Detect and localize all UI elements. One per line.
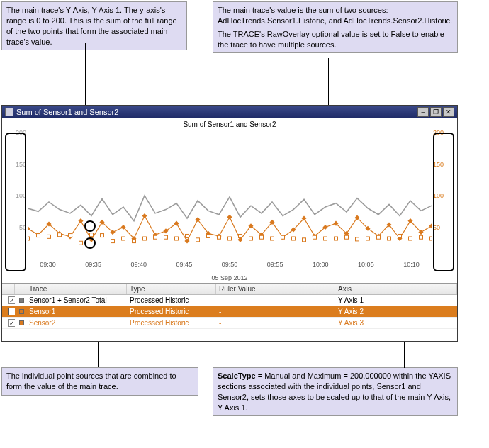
- svg-rect-8: [110, 230, 115, 235]
- row-trace-name: Sensor1 + Sensor2 Total: [26, 296, 127, 305]
- close-button[interactable]: ✕: [443, 107, 454, 117]
- svg-rect-33: [376, 233, 381, 238]
- svg-rect-28: [322, 225, 327, 230]
- svg-rect-13: [163, 228, 168, 233]
- svg-rect-58: [228, 237, 232, 240]
- svg-rect-35: [397, 236, 402, 241]
- note-text: ScaleType = Manual and Maximum = 200.000…: [218, 371, 453, 413]
- svg-rect-70: [356, 237, 359, 241]
- svg-rect-25: [291, 228, 296, 233]
- svg-rect-1: [35, 233, 40, 237]
- svg-rect-14: [174, 221, 179, 226]
- svg-rect-48: [122, 237, 125, 240]
- row-trace-name: Sensor1: [26, 307, 127, 316]
- table-row[interactable]: ✓Sensor1 + Sensor2 TotalProcessed Histor…: [2, 295, 457, 306]
- note-text: The main trace's Y-Axis, Y Axis 1. The y…: [6, 5, 182, 47]
- svg-rect-5: [78, 218, 83, 223]
- svg-rect-60: [249, 237, 253, 240]
- svg-rect-45: [90, 233, 94, 237]
- x-tick: 09:45: [176, 261, 193, 268]
- svg-rect-9: [120, 225, 125, 230]
- note-top-right: The main trace's value is the sum of two…: [213, 1, 458, 53]
- restore-button[interactable]: ❐: [430, 107, 442, 117]
- x-tick: 10:00: [313, 261, 329, 268]
- svg-rect-54: [186, 234, 189, 237]
- row-type: Processed Historic: [127, 307, 216, 316]
- svg-rect-23: [269, 220, 274, 225]
- x-tick: 09:55: [267, 261, 283, 268]
- note-bottom-right: ScaleType = Manual and Maximum = 200.000…: [213, 367, 458, 416]
- svg-rect-46: [101, 234, 104, 237]
- svg-rect-55: [196, 238, 200, 242]
- svg-rect-22: [259, 233, 264, 237]
- row-key-swatch: [15, 318, 26, 327]
- row-axis: Y Axis 3: [335, 318, 457, 327]
- svg-rect-31: [354, 215, 359, 220]
- svg-rect-7: [99, 220, 104, 225]
- svg-rect-72: [377, 235, 381, 239]
- x-tick: 10:10: [403, 261, 420, 268]
- svg-rect-63: [281, 235, 285, 239]
- svg-rect-20: [237, 237, 242, 242]
- svg-rect-71: [366, 237, 370, 240]
- row-type: Processed Historic: [127, 296, 216, 305]
- highlight-sample-lower: [84, 237, 96, 249]
- col-check: [2, 284, 15, 294]
- leader-line: [98, 339, 99, 367]
- svg-rect-75: [409, 237, 412, 240]
- svg-rect-16: [195, 217, 200, 222]
- col-axis[interactable]: Axis: [335, 284, 457, 294]
- svg-rect-15: [184, 239, 189, 244]
- svg-rect-69: [345, 235, 349, 239]
- grid-header: Trace Type Ruler Value Axis: [2, 284, 457, 295]
- svg-rect-4: [67, 234, 72, 239]
- note-text: The TRACE's RawOverlay optional value is…: [218, 29, 453, 50]
- row-trace-name: Sensor2: [26, 318, 127, 327]
- titlebar[interactable]: Sum of Sensor1 and Sensor2 – ❐ ✕: [2, 106, 457, 118]
- col-ruler[interactable]: Ruler Value: [216, 284, 335, 294]
- row-checkbox[interactable]: ✓: [2, 307, 15, 317]
- svg-rect-12: [152, 233, 157, 237]
- table-row[interactable]: ✓Sensor2Processed Historic-Y Axis 3: [2, 318, 457, 329]
- table-row[interactable]: ✓Sensor1Processed Historic-Y Axis 2: [2, 306, 457, 318]
- svg-rect-10: [131, 236, 136, 241]
- row-axis: Y Axis 1: [335, 296, 457, 305]
- svg-rect-64: [292, 237, 296, 240]
- row-ruler-value: -: [216, 307, 335, 316]
- chart-area: Sum of Sensor1 and Sensor2 200 150 100 5…: [2, 118, 457, 283]
- svg-rect-59: [239, 234, 242, 237]
- svg-rect-36: [408, 218, 412, 223]
- svg-rect-0: [28, 226, 30, 231]
- svg-rect-41: [47, 235, 51, 238]
- chart-title: Sum of Sensor1 and Sensor2: [2, 118, 457, 130]
- svg-rect-53: [175, 237, 179, 240]
- svg-rect-52: [164, 235, 168, 239]
- x-tick: 09:50: [222, 261, 238, 268]
- row-checkbox[interactable]: ✓: [2, 296, 15, 306]
- svg-rect-39: [28, 237, 30, 240]
- x-tick: 09:40: [130, 261, 147, 268]
- svg-rect-44: [79, 241, 83, 245]
- svg-rect-21: [248, 223, 253, 228]
- note-top-left: The main trace's Y-Axis, Y Axis 1. The y…: [1, 1, 187, 50]
- svg-rect-19: [227, 215, 232, 220]
- col-type[interactable]: Type: [127, 284, 216, 294]
- svg-rect-3: [57, 231, 62, 236]
- svg-rect-74: [398, 234, 402, 237]
- svg-rect-18: [216, 233, 221, 238]
- svg-rect-42: [58, 233, 62, 237]
- svg-rect-40: [37, 234, 40, 237]
- window-title: Sum of Sensor1 and Sensor2: [16, 108, 416, 116]
- svg-rect-34: [386, 222, 391, 227]
- svg-rect-37: [418, 230, 423, 235]
- row-type: Processed Historic: [127, 318, 216, 327]
- svg-rect-43: [69, 234, 72, 237]
- highlight-left-axis: [5, 133, 26, 271]
- highlight-right-axis: [433, 133, 454, 271]
- row-checkbox[interactable]: ✓: [2, 318, 15, 328]
- minimize-button[interactable]: –: [417, 107, 429, 117]
- svg-rect-65: [303, 238, 306, 242]
- svg-rect-76: [420, 235, 423, 239]
- col-trace[interactable]: Trace: [26, 284, 127, 294]
- svg-rect-49: [133, 240, 136, 243]
